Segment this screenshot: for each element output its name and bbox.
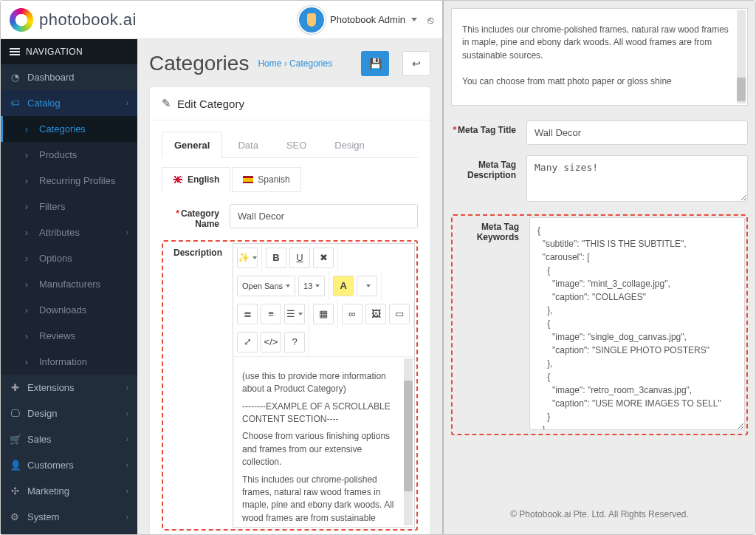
sidebar-item-extensions[interactable]: ✚Extensions›	[1, 375, 137, 401]
sidebar-item-label: Attributes	[39, 227, 80, 238]
help-button[interactable]: ?	[284, 332, 305, 352]
language-tabs: EnglishSpanish	[162, 167, 418, 192]
font-family-select[interactable]: Open Sans	[237, 276, 295, 296]
fullscreen-button[interactable]: ⤢	[237, 332, 258, 352]
breadcrumb-current[interactable]: Categories	[289, 58, 332, 69]
save-button[interactable]: 💾	[361, 51, 389, 76]
clear-format-button[interactable]: ✖	[313, 248, 334, 268]
logout-icon[interactable]: ⎋	[427, 14, 433, 26]
chevron-right-icon: ›	[21, 253, 32, 264]
sidebar-item-label: Marketing	[27, 485, 69, 497]
sidebar-item-reviews[interactable]: ›Reviews	[1, 323, 137, 349]
breadcrumb-home[interactable]: Home	[258, 58, 281, 69]
chevron-down-icon	[411, 18, 417, 21]
sidebar-item-design[interactable]: 🖵Design›	[1, 401, 137, 426]
sidebar-item-reports[interactable]: 📊Reports›	[1, 530, 137, 534]
edit-panel: Edit Category GeneralDataSEODesign Engli…	[149, 86, 430, 534]
footer-copyright: © Photobook.ai Pte. Ltd. All Rights Rese…	[451, 497, 748, 531]
tab-data[interactable]: Data	[225, 132, 270, 158]
sidebar-item-information[interactable]: ›Information	[1, 349, 137, 375]
chevron-right-icon: ›	[126, 461, 128, 469]
chevron-right-icon: ›	[21, 175, 32, 186]
image-button[interactable]: 🖼	[365, 304, 386, 324]
sidebar-item-categories[interactable]: ›Categories	[1, 116, 137, 142]
tab-design[interactable]: Design	[322, 132, 377, 158]
chevron-right-icon: ›	[21, 330, 32, 341]
sidebar-item-label: Extensions	[27, 382, 75, 393]
sidebar-item-manufacturers[interactable]: ›Manufacturers	[1, 271, 137, 297]
sidebar-item-downloads[interactable]: ›Downloads	[1, 297, 137, 323]
menu-icon[interactable]	[10, 48, 20, 55]
sidebar-item-filters[interactable]: ›Filters	[1, 194, 137, 219]
chevron-right-icon: ›	[21, 279, 32, 290]
codeview-button[interactable]: </>	[261, 332, 281, 352]
chevron-right-icon: ›	[126, 487, 128, 495]
sidebar: NAVIGATION ◔Dashboard🏷Catalog››Categorie…	[1, 39, 137, 534]
sidebar-item-label: Information	[39, 356, 87, 367]
scrollbar[interactable]	[737, 10, 746, 103]
sidebar-item-options[interactable]: ›Options	[1, 245, 137, 271]
meta-keywords-input[interactable]: { "subtitle": "THIS IS THE SUBTITLE", "c…	[529, 217, 745, 430]
save-icon: 💾	[369, 58, 382, 69]
scrollbar[interactable]	[404, 358, 413, 525]
paragraph-button[interactable]: ☰	[284, 304, 305, 324]
ol-button[interactable]: ≡	[261, 304, 281, 324]
chevron-right-icon: ›	[21, 123, 32, 134]
sidebar-item-attributes[interactable]: ›Attributes›	[1, 219, 137, 245]
meta-keywords-highlight: Meta Tag Keywords { "subtitle": "THIS IS…	[451, 214, 748, 435]
sidebar-item-marketing[interactable]: ✣Marketing›	[1, 478, 137, 504]
underline-button[interactable]: U	[289, 248, 310, 268]
back-button[interactable]: ↩	[402, 51, 430, 76]
wysiwyg-content-continued[interactable]: This includes our chrome-polished frames…	[452, 9, 747, 105]
meta-keywords-label: Meta Tag Keywords	[454, 217, 519, 243]
sidebar-item-products[interactable]: ›Products	[1, 142, 137, 168]
chevron-right-icon: ›	[21, 149, 32, 160]
text-color-button[interactable]: A	[333, 276, 354, 296]
sidebar-item-recurring-profiles[interactable]: ›Recurring Profiles	[1, 168, 137, 194]
sidebar-item-label: Filters	[39, 201, 65, 212]
font-size-select[interactable]: 13	[298, 276, 325, 296]
meta-title-input[interactable]	[526, 120, 748, 145]
chevron-right-icon: ›	[126, 384, 128, 392]
monitor-icon: 🖵	[10, 408, 20, 419]
style-button[interactable]: ✨	[237, 248, 258, 268]
tab-seo[interactable]: SEO	[274, 132, 319, 158]
meta-description-input[interactable]: Many sizes!	[526, 155, 748, 202]
chevron-right-icon: ›	[126, 409, 128, 418]
avatar	[299, 7, 324, 33]
sidebar-item-label: System	[27, 511, 59, 522]
sidebar-item-customers[interactable]: 👤Customers›	[1, 452, 137, 478]
meta-title-label: *Meta Tag Title	[451, 120, 516, 135]
sidebar-item-label: Recurring Profiles	[39, 175, 115, 186]
sidebar-item-catalog[interactable]: 🏷Catalog›	[1, 90, 137, 116]
ul-button[interactable]: ≣	[237, 304, 258, 324]
puzzle-icon: ✚	[10, 382, 20, 393]
text-color-more-button[interactable]	[357, 276, 377, 296]
category-name-input[interactable]	[230, 204, 418, 228]
chevron-right-icon: ›	[126, 435, 128, 443]
topbar: photobook.ai Photobook Admin ⎋	[1, 1, 442, 39]
sidebar-item-label: Customers	[27, 460, 74, 471]
user-menu[interactable]: Photobook Admin	[299, 7, 417, 33]
cart-icon: 🛒	[10, 434, 20, 445]
lang-tab-english[interactable]: English	[162, 167, 230, 192]
sidebar-item-label: Options	[39, 253, 72, 264]
table-button[interactable]: ▦	[313, 304, 334, 324]
tab-general[interactable]: General	[162, 132, 222, 158]
sidebar-item-sales[interactable]: 🛒Sales›	[1, 426, 137, 452]
scrollbar-thumb[interactable]	[737, 78, 746, 102]
tag-icon: 🏷	[10, 98, 20, 109]
description-editor-continued: This includes our chrome-polished frames…	[451, 8, 748, 106]
wysiwyg-content[interactable]: (use this to provide more information ab…	[233, 357, 414, 527]
link-button[interactable]: ∞	[342, 304, 362, 324]
brand-logo[interactable]: photobook.ai	[10, 8, 137, 32]
sidebar-item-system[interactable]: ⚙System›	[1, 504, 137, 530]
bold-button[interactable]: B	[266, 248, 286, 268]
video-button[interactable]: ▭	[389, 304, 410, 324]
lang-tab-spanish[interactable]: Spanish	[232, 167, 300, 192]
sidebar-item-dashboard[interactable]: ◔Dashboard	[1, 64, 137, 90]
chevron-right-icon: ›	[126, 513, 128, 521]
chevron-right-icon: ›	[21, 201, 32, 212]
description-label: Description	[165, 243, 222, 258]
scrollbar-thumb[interactable]	[404, 381, 413, 491]
